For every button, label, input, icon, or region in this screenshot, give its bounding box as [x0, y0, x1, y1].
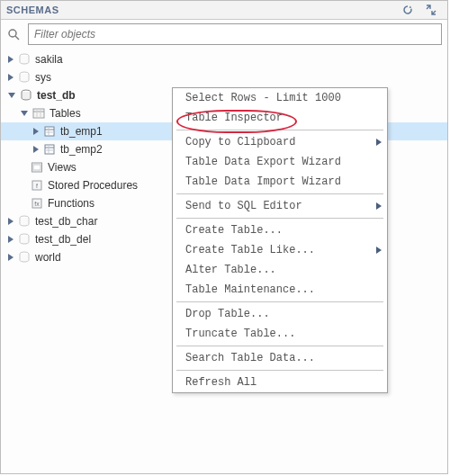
collapse-arrow-icon[interactable] — [8, 93, 15, 98]
panel-title: SCHEMAS — [6, 4, 400, 15]
menu-divider — [176, 193, 383, 194]
menu-alter-table[interactable]: Alter Table... — [173, 260, 387, 280]
schema-label: test_db_char — [35, 215, 97, 228]
expand-arrow-icon[interactable] — [8, 74, 14, 81]
submenu-arrow-icon — [376, 139, 382, 146]
table-icon — [42, 124, 57, 139]
expand-icon[interactable] — [424, 3, 438, 17]
tables-label: Tables — [50, 107, 81, 120]
table-label: tb_emp2 — [60, 143, 103, 156]
menu-create-table-like-label: Create Table Like... — [185, 244, 315, 256]
functions-icon: fx — [30, 196, 44, 211]
menu-create-table[interactable]: Create Table... — [173, 220, 387, 240]
refresh-icon[interactable] — [400, 3, 415, 17]
filter-input[interactable] — [28, 23, 442, 45]
database-icon — [17, 70, 32, 85]
expand-arrow-icon[interactable] — [8, 254, 14, 261]
submenu-arrow-icon — [376, 202, 382, 210]
svg-rect-13 — [45, 145, 54, 154]
menu-divider — [176, 346, 383, 346]
schema-label: sys — [35, 71, 51, 84]
svg-rect-9 — [45, 127, 54, 136]
menu-select-rows[interactable]: Select Rows - Limit 1000 — [173, 88, 387, 108]
menu-search-table-data[interactable]: Search Table Data... — [173, 348, 387, 368]
stored-procedures-label: Stored Procedures — [48, 179, 138, 192]
menu-drop-table[interactable]: Drop Table... — [173, 304, 387, 324]
views-label: Views — [48, 161, 76, 174]
functions-label: Functions — [48, 197, 94, 210]
menu-import-wizard[interactable]: Table Data Import Wizard — [173, 172, 387, 192]
collapse-arrow-icon[interactable] — [21, 111, 28, 116]
menu-copy-clipboard-label: Copy to Clipboard — [185, 136, 295, 148]
database-icon — [17, 232, 32, 247]
menu-create-table-like[interactable]: Create Table Like... — [173, 240, 387, 260]
table-label: tb_emp1 — [60, 125, 103, 138]
menu-export-wizard[interactable]: Table Data Export Wizard — [173, 152, 387, 172]
menu-divider — [176, 301, 383, 302]
search-icon — [6, 27, 21, 41]
views-icon — [30, 160, 44, 175]
submenu-arrow-icon — [376, 247, 382, 254]
schema-label: world — [35, 251, 61, 264]
menu-table-inspector[interactable]: Table Inspector — [173, 108, 387, 128]
menu-refresh-all[interactable]: Refresh All — [173, 373, 387, 392]
menu-copy-clipboard[interactable]: Copy to Clipboard — [173, 132, 387, 152]
panel-header: SCHEMAS — [1, 1, 447, 20]
menu-divider — [176, 370, 383, 371]
svg-point-0 — [9, 30, 16, 37]
menu-send-sql[interactable]: Send to SQL Editor — [173, 196, 387, 216]
database-icon — [17, 52, 32, 67]
database-icon — [17, 214, 32, 229]
menu-table-maintenance[interactable]: Table Maintenance... — [173, 280, 387, 300]
stored-procedures-icon: f — [30, 178, 44, 193]
svg-rect-18 — [33, 165, 40, 170]
svg-text:f: f — [36, 183, 38, 189]
database-icon — [17, 250, 32, 265]
schema-label: sakila — [35, 53, 63, 66]
context-menu: Select Rows - Limit 1000 Table Inspector… — [172, 87, 388, 393]
menu-send-sql-label: Send to SQL Editor — [185, 200, 302, 212]
expand-arrow-icon[interactable] — [33, 128, 39, 135]
schema-label: test_db_del — [35, 233, 91, 246]
menu-truncate-table[interactable]: Truncate Table... — [173, 324, 387, 344]
table-icon — [42, 142, 57, 157]
expand-arrow-icon[interactable] — [33, 146, 39, 153]
menu-divider — [176, 130, 383, 130]
schemas-panel: SCHEMAS sakila sys — [0, 0, 448, 474]
expand-arrow-icon[interactable] — [8, 236, 14, 243]
svg-text:fx: fx — [34, 201, 40, 207]
svg-rect-5 — [33, 109, 44, 118]
schema-node-sakila[interactable]: sakila — [1, 50, 447, 68]
filter-row — [1, 20, 447, 49]
schema-node-sys[interactable]: sys — [1, 68, 447, 86]
expand-arrow-icon[interactable] — [8, 218, 14, 225]
schema-label: test_db — [37, 89, 76, 102]
tables-folder-icon — [32, 106, 46, 121]
expand-arrow-icon[interactable] — [8, 56, 14, 63]
svg-line-1 — [15, 36, 19, 40]
database-icon — [19, 88, 33, 103]
menu-divider — [176, 218, 383, 219]
